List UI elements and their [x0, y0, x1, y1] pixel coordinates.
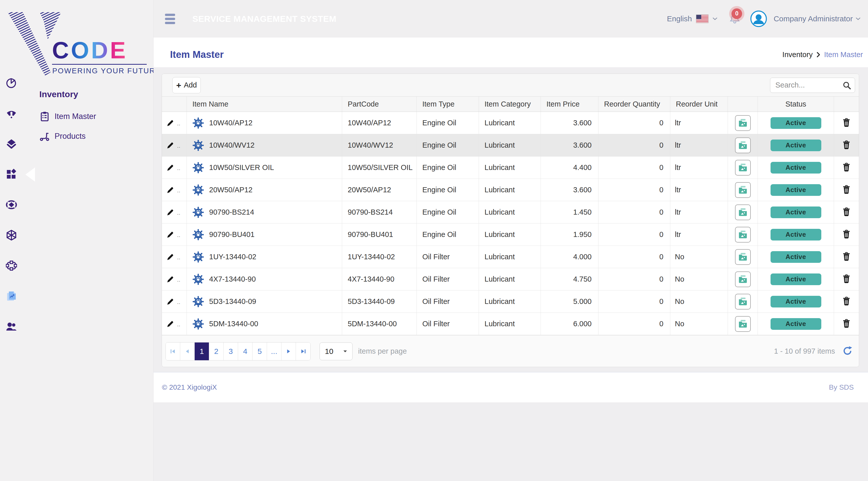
reorder-quantity-cell: 0	[598, 268, 670, 290]
delete-button[interactable]	[842, 162, 851, 173]
image-folder-icon	[738, 252, 748, 261]
table-row: ..10W40/AP1210W40/AP12Engine OilLubrican…	[162, 112, 859, 134]
user-menu[interactable]: Company Administrator	[774, 14, 853, 23]
page-button-5[interactable]: 5	[252, 343, 267, 360]
next-page-button[interactable]	[281, 343, 296, 360]
last-page-button[interactable]	[296, 343, 310, 360]
part-code-cell: 10W50/SILVER OIL	[342, 157, 417, 179]
trash-icon	[842, 118, 851, 127]
workflow-icon[interactable]	[6, 260, 17, 271]
search-icon[interactable]	[842, 81, 851, 90]
image-button[interactable]	[735, 271, 751, 287]
delete-button[interactable]	[842, 229, 851, 240]
edit-pencil-icon[interactable]	[166, 186, 175, 194]
image-button[interactable]	[735, 182, 751, 198]
edit-pencil-icon[interactable]	[166, 208, 175, 217]
image-button[interactable]	[735, 227, 751, 243]
image-cell	[728, 268, 758, 290]
edit-pencil-icon[interactable]	[166, 297, 175, 306]
previous-page-button[interactable]	[180, 343, 195, 360]
page-size-select[interactable]: 10	[319, 343, 352, 360]
delete-button[interactable]	[842, 252, 851, 262]
delete-button[interactable]	[842, 274, 851, 284]
sidebar-item-item-master[interactable]: Item Master	[39, 110, 151, 123]
delete-button[interactable]	[842, 185, 851, 195]
item-type-cell: Engine Oil	[417, 224, 479, 246]
notifications-button[interactable]: 0	[729, 12, 741, 25]
reorder-unit-cell: No	[670, 290, 728, 313]
edit-pencil-icon[interactable]	[166, 253, 175, 261]
column-header-part-code[interactable]: PartCode	[342, 97, 417, 111]
edit-pencil-icon[interactable]	[166, 119, 175, 127]
add-button[interactable]: + Add	[172, 77, 201, 93]
breadcrumb-inventory[interactable]: Inventory	[782, 51, 813, 59]
edit-cell[interactable]: ..	[162, 201, 187, 223]
image-button[interactable]	[735, 115, 751, 131]
row-dots: ..	[177, 143, 181, 149]
first-page-button[interactable]	[166, 343, 180, 360]
pie-chart-icon[interactable]	[6, 77, 17, 89]
edit-cell[interactable]: ..	[162, 112, 187, 134]
column-header-reorder-quantity[interactable]: Reorder Quantity	[598, 97, 670, 111]
column-header-item-type[interactable]: Item Type	[417, 97, 479, 111]
report-file-icon[interactable]	[6, 290, 17, 302]
edit-cell[interactable]: ..	[162, 179, 187, 201]
edit-cell[interactable]: ..	[162, 224, 187, 246]
page-button-2[interactable]: 2	[209, 343, 224, 360]
edit-cell[interactable]: ..	[162, 290, 187, 313]
avatar[interactable]	[750, 10, 767, 27]
column-header-reorder-unit[interactable]: Reorder Unit	[670, 97, 728, 111]
edit-pencil-icon[interactable]	[166, 230, 175, 239]
page-button-4[interactable]: 4	[238, 343, 252, 360]
column-header-item-category[interactable]: Item Category	[479, 97, 541, 111]
edit-cell[interactable]: ..	[162, 246, 187, 268]
part-code-cell: 4X7-13440-90	[342, 268, 417, 290]
footer-copyright: © 2021 XigologiX	[162, 383, 217, 391]
edit-pencil-icon[interactable]	[166, 141, 175, 150]
item-price-cell: 4.000	[541, 246, 598, 268]
table-row: ..5DM-13440-005DM-13440-00Oil FilterLubr…	[162, 313, 859, 335]
wifi-tracker-icon[interactable]	[6, 108, 17, 119]
delete-button[interactable]	[842, 319, 851, 329]
edit-cell[interactable]: ..	[162, 134, 187, 156]
image-button[interactable]	[735, 137, 751, 153]
delete-button[interactable]	[842, 118, 851, 128]
page-button-3[interactable]: 3	[224, 343, 238, 360]
image-button[interactable]	[735, 249, 751, 265]
table-row: ..90790-BS21490790-BS214Engine OilLubric…	[162, 201, 859, 224]
column-header-status[interactable]: Status	[758, 97, 834, 111]
refresh-button[interactable]	[842, 346, 853, 357]
image-button[interactable]	[735, 316, 751, 332]
delete-button[interactable]	[842, 207, 851, 217]
edit-cell[interactable]: ..	[162, 313, 187, 335]
image-cell	[728, 179, 758, 201]
item-price-cell: 3.600	[541, 179, 598, 201]
column-header-item-name[interactable]: Item Name	[187, 97, 342, 111]
column-header-item-price[interactable]: Item Price	[541, 97, 598, 111]
edit-pencil-icon[interactable]	[166, 275, 175, 284]
delete-button[interactable]	[842, 296, 851, 307]
language-selector[interactable]: English	[667, 14, 717, 23]
image-button[interactable]	[735, 294, 751, 310]
hexagon-icon[interactable]	[6, 230, 17, 241]
edit-pencil-icon[interactable]	[166, 163, 175, 172]
part-code-cell: 1UY-13440-02	[342, 246, 417, 268]
layers-icon[interactable]	[6, 138, 17, 150]
edit-pencil-icon[interactable]	[166, 320, 175, 328]
edit-cell[interactable]: ..	[162, 268, 187, 290]
edit-cell[interactable]: ..	[162, 157, 187, 179]
chevron-down-icon[interactable]	[856, 18, 860, 20]
page-button-1[interactable]: 1	[195, 343, 209, 360]
breadcrumb-item-master[interactable]: Item Master	[824, 51, 863, 59]
image-button[interactable]	[735, 160, 751, 175]
items-per-page-label: items per page	[358, 347, 407, 355]
widgets-icon[interactable]	[6, 169, 17, 180]
users-icon[interactable]	[6, 321, 17, 332]
hamburger-menu-icon[interactable]	[165, 12, 176, 26]
sidebar-item-products[interactable]: Products	[39, 130, 151, 142]
delete-button[interactable]	[842, 140, 851, 151]
steering-wheel-icon[interactable]	[6, 199, 17, 210]
item-type-cell: Oil Filter	[417, 268, 479, 290]
image-button[interactable]	[735, 204, 751, 220]
page-button-ellipsis[interactable]: ...	[267, 343, 281, 360]
